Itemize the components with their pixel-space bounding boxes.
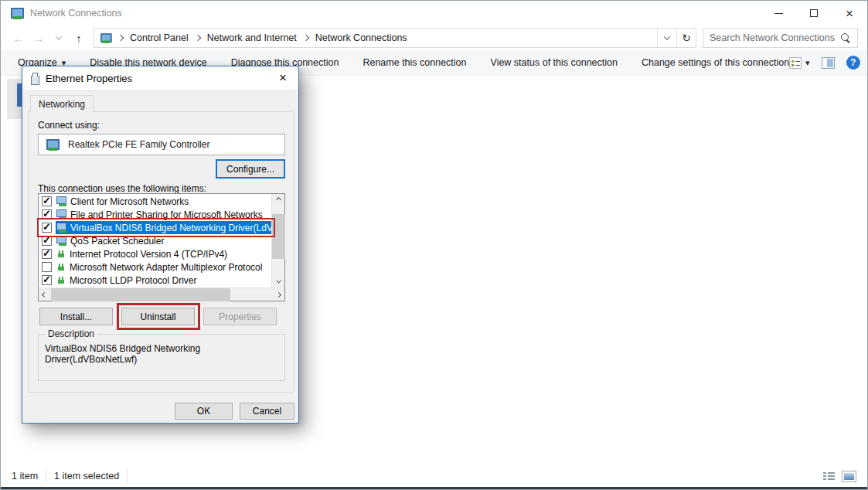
statusbar-divider <box>46 469 46 483</box>
ethernet-connection-item-partial[interactable] <box>7 79 22 119</box>
search-icon[interactable] <box>841 33 851 43</box>
list-item-ipv4[interactable]: Internet Protocol Version 4 (TCP/IPv4) <box>39 247 271 260</box>
preview-pane-icon[interactable] <box>822 57 835 69</box>
location-icon <box>100 33 111 43</box>
network-client-icon <box>56 209 68 219</box>
breadcrumb-separator-icon <box>194 36 202 40</box>
maximize-button[interactable] <box>796 1 832 26</box>
breadcrumb-separator-icon <box>302 36 310 40</box>
breadcrumb-network-and-internet[interactable]: Network and Internet <box>202 29 302 47</box>
window-title: Network Connections <box>30 8 122 19</box>
breadcrumb: Control Panel Network and Internet Netwo… <box>124 29 413 47</box>
search-input[interactable] <box>710 32 841 43</box>
connection-items-listbox[interactable]: Client for Microsoft Networks File and P… <box>38 193 285 301</box>
minimize-button[interactable] <box>761 1 796 26</box>
connect-using-label: Connect using: <box>38 120 100 131</box>
statusbar-divider <box>127 469 128 483</box>
titlebar: Network Connections <box>1 1 867 26</box>
checkbox[interactable] <box>42 249 52 259</box>
description-label: Description <box>45 328 97 339</box>
install-button[interactable]: Install... <box>39 308 113 325</box>
checkbox[interactable] <box>42 223 52 233</box>
window-bottom-edge <box>1 487 867 489</box>
checkbox[interactable] <box>42 209 52 219</box>
adapter-name: Realtek PCIe FE Family Controller <box>68 139 209 150</box>
selection-status-label: 1 item selected <box>54 471 119 481</box>
dialog-close-icon[interactable] <box>270 68 296 88</box>
chevron-down-icon <box>805 57 810 68</box>
checkbox[interactable] <box>42 236 52 246</box>
up-icon[interactable] <box>69 28 89 48</box>
address-bar[interactable]: Control Panel Network and Internet Netwo… <box>94 28 696 48</box>
protocol-icon <box>56 275 66 285</box>
close-icon <box>846 7 853 20</box>
recent-pages-chevron-icon[interactable] <box>49 28 69 48</box>
view-options-button[interactable] <box>789 57 810 69</box>
items-count-label: 1 item <box>12 471 38 481</box>
properties-button: Properties <box>203 308 277 325</box>
maximize-icon <box>810 9 818 17</box>
breadcrumb-network-connections[interactable]: Network Connections <box>310 29 413 47</box>
checkbox[interactable] <box>42 262 52 272</box>
network-adapter-icon <box>46 139 59 151</box>
network-client-icon <box>56 223 68 233</box>
protocol-icon <box>56 249 66 259</box>
items-list-label: This connection uses the following items… <box>38 183 206 194</box>
forward-icon[interactable] <box>29 28 49 48</box>
ethernet-properties-dialog: Ethernet Properties Networking Connect u… <box>22 66 299 424</box>
adapter-field[interactable]: Realtek PCIe FE Family Controller <box>38 134 285 155</box>
scroll-left-icon[interactable] <box>39 288 50 301</box>
ok-button[interactable]: OK <box>175 403 233 420</box>
dialog-titlebar: Ethernet Properties <box>22 66 298 90</box>
list-item-file-printer-sharing[interactable]: File and Printer Sharing for Microsoft N… <box>39 208 271 221</box>
command-rename-connection[interactable]: Rename this connection <box>363 57 466 68</box>
breadcrumb-separator-icon <box>117 36 124 40</box>
close-button[interactable] <box>832 1 867 26</box>
vertical-scrollbar[interactable] <box>271 194 284 288</box>
uninstall-button[interactable]: Uninstall <box>121 308 195 325</box>
tab-networking[interactable]: Networking <box>30 95 94 112</box>
minimize-icon <box>774 13 783 14</box>
list-item-multiplexor-protocol[interactable]: Microsoft Network Adapter Multiplexor Pr… <box>39 260 271 274</box>
details-view-icon[interactable] <box>823 471 835 481</box>
connection-items-rows: Client for Microsoft Networks File and P… <box>39 195 271 287</box>
refresh-icon[interactable] <box>676 29 696 47</box>
network-connections-window: Network Connections Control Panel Networ… <box>0 0 868 490</box>
configure-button[interactable]: Configure... <box>216 159 285 179</box>
address-dropdown-chevron-icon[interactable] <box>657 29 676 47</box>
back-icon[interactable] <box>9 28 29 48</box>
list-item-qos-packet-scheduler[interactable]: QoS Packet Scheduler <box>39 234 271 247</box>
cancel-button[interactable]: Cancel <box>240 403 294 420</box>
ethernet-icon <box>30 72 39 84</box>
scroll-right-icon[interactable] <box>273 288 284 301</box>
description-groupbox: Description VirtualBox NDIS6 Bridged Net… <box>38 334 285 381</box>
list-item-lldp-protocol-driver[interactable]: Microsoft LLDP Protocol Driver <box>39 274 271 287</box>
network-client-icon <box>56 196 68 206</box>
address-bar-row: Control Panel Network and Internet Netwo… <box>1 26 867 50</box>
vertical-scrollbar-thumb[interactable] <box>272 214 285 259</box>
dialog-title: Ethernet Properties <box>46 73 132 84</box>
network-client-icon <box>56 236 68 246</box>
view-options-icon <box>789 57 802 69</box>
scroll-down-icon[interactable] <box>272 276 285 288</box>
scroll-up-icon[interactable] <box>272 194 285 206</box>
statusbar-view-toggles <box>823 471 856 482</box>
window-controls <box>761 1 867 26</box>
horizontal-scrollbar[interactable] <box>39 288 284 301</box>
search-box[interactable] <box>703 28 858 48</box>
thumbnail-view-icon[interactable] <box>842 471 856 482</box>
command-change-settings[interactable]: Change settings of this connection <box>642 57 789 68</box>
breadcrumb-control-panel[interactable]: Control Panel <box>124 29 194 47</box>
help-icon[interactable] <box>846 56 860 70</box>
protocol-icon <box>56 262 66 272</box>
list-item-virtualbox-ndis6-driver[interactable]: VirtualBox NDIS6 Bridged Networking Driv… <box>39 221 271 234</box>
checkbox[interactable] <box>42 275 52 285</box>
list-item-client-for-microsoft-networks[interactable]: Client for Microsoft Networks <box>39 195 271 208</box>
command-view-status[interactable]: View status of this connection <box>491 57 618 68</box>
horizontal-scrollbar-thumb[interactable] <box>51 288 230 301</box>
checkbox[interactable] <box>42 196 52 206</box>
statusbar: 1 item 1 item selected <box>2 466 866 486</box>
network-connections-app-icon <box>10 8 23 19</box>
toolbar-right-icons <box>789 56 860 70</box>
